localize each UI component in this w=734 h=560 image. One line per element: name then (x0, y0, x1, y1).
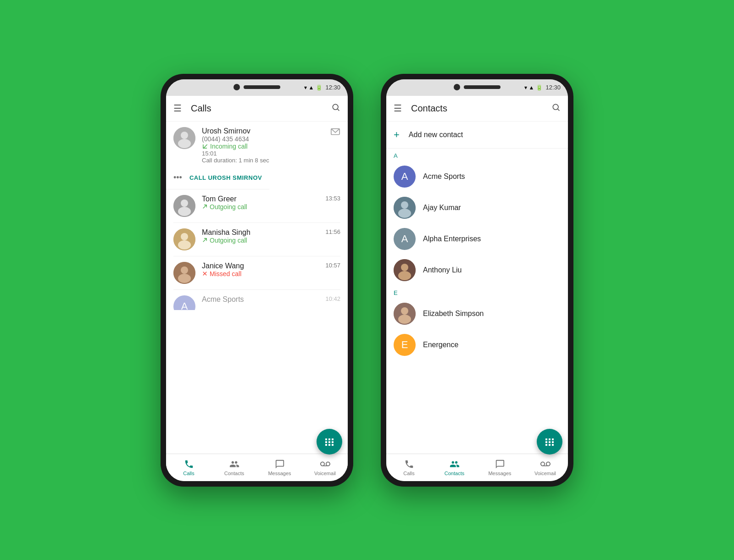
svg-rect-43 (552, 444, 554, 446)
nav-item-contacts[interactable]: Contacts (211, 454, 257, 481)
svg-rect-39 (549, 441, 550, 443)
svg-point-4 (178, 139, 191, 148)
call-type-urosh: Incoming call (202, 143, 325, 150)
svg-rect-41 (545, 444, 547, 446)
avatar-letter-alpha: A (401, 233, 408, 245)
call-time-urosh: 15:01 (202, 150, 325, 157)
avatar-letter: A (401, 171, 408, 183)
nav-label-voicemail: Voicemail (314, 471, 336, 476)
expanded-call-item: Urosh Smirnov (0044) 435 4634 Incoming c… (166, 122, 348, 189)
search-icon[interactable] (331, 103, 340, 114)
svg-point-13 (181, 266, 188, 274)
nav-item-calls-2[interactable]: Calls (386, 454, 432, 481)
nav-item-messages[interactable]: Messages (257, 454, 302, 481)
signal-icon: ▲ (309, 84, 314, 91)
camera (234, 84, 240, 90)
nav-item-voicemail[interactable]: Voicemail (302, 454, 348, 481)
contact-item-energence[interactable]: E Energence (386, 329, 568, 360)
call-action-button[interactable]: CALL UROSH SMIRNOV (189, 174, 262, 181)
avatar-ajay (394, 197, 416, 219)
battery-icon-2: 🔋 (536, 84, 543, 91)
svg-point-3 (181, 132, 188, 139)
svg-rect-23 (332, 444, 334, 446)
svg-rect-17 (332, 438, 334, 440)
svg-rect-38 (545, 441, 547, 443)
contact-name-anthony: Anthony Liu (423, 266, 462, 274)
call-details-janice: Janice Wang Missed call (202, 262, 322, 277)
bottom-nav-calls: Calls Contacts Messages Voicemail (166, 454, 348, 481)
add-contact-row[interactable]: + Add new contact (386, 122, 568, 149)
nav-label-messages-2: Messages (488, 471, 511, 476)
nav-item-voicemail-2[interactable]: Voicemail (523, 454, 568, 481)
call-item-actions-urosh: ••• CALL UROSH SMIRNOV (166, 169, 269, 189)
svg-rect-37 (552, 438, 554, 440)
avatar-acme: A (173, 295, 195, 310)
nav-label-calls: Calls (183, 471, 194, 476)
call-name-urosh: Urosh Smirnov (202, 127, 325, 135)
contacts-content: + Add new contact A A Acme Sports (386, 122, 568, 454)
contact-item-alpha[interactable]: A Alpha Enterprises (386, 223, 568, 255)
call-details-tom: Tom Greer Outgoing call (202, 195, 322, 211)
search-icon-2[interactable] (551, 103, 561, 114)
svg-rect-20 (332, 441, 334, 443)
avatar-elizabeth (394, 303, 416, 325)
calls-phone: ▾ ▲ 🔋 12:30 ☰ Calls (161, 74, 353, 487)
battery-icon: 🔋 (316, 84, 323, 91)
fab-button-calls[interactable] (317, 429, 342, 455)
call-item-janice[interactable]: Janice Wang Missed call 10:57 (166, 256, 348, 289)
contact-item-elizabeth[interactable]: Elizabeth Simpson (386, 298, 568, 329)
svg-rect-35 (545, 438, 547, 440)
page-title: Calls (191, 103, 331, 114)
avatar-alpha: A (394, 228, 416, 250)
wifi-icon: ▾ (304, 84, 307, 91)
nav-item-calls[interactable]: Calls (166, 454, 211, 481)
contact-item-acme[interactable]: A Acme Sports (386, 161, 568, 192)
calls-content: Urosh Smirnov (0044) 435 4634 Incoming c… (166, 122, 348, 454)
svg-point-24 (553, 104, 558, 110)
nav-item-messages-2[interactable]: Messages (477, 454, 523, 481)
svg-point-30 (401, 264, 408, 271)
signal-icon-2: ▲ (529, 84, 534, 91)
more-options-icon[interactable]: ••• (173, 173, 182, 183)
call-type-tom: Outgoing call (202, 203, 322, 211)
call-item-acme[interactable]: A Acme Sports 10:42 (166, 290, 348, 310)
contact-name-energence: Energence (423, 341, 458, 349)
menu-icon[interactable]: ☰ (173, 103, 182, 114)
call-time-janice: 10:57 (322, 262, 340, 269)
avatar-urosh (173, 127, 195, 149)
section-label-a: A (386, 149, 568, 161)
nav-label-calls-2: Calls (403, 471, 414, 476)
call-name-acme: Acme Sports (202, 295, 322, 304)
section-label-e: E (386, 286, 568, 298)
add-plus-icon: + (394, 129, 400, 141)
svg-rect-22 (328, 444, 330, 446)
phone-notch-2 (454, 84, 500, 90)
nav-label-contacts-2: Contacts (445, 471, 464, 476)
page-title-contacts: Contacts (411, 103, 551, 114)
svg-rect-18 (325, 441, 327, 443)
contact-item-ajay[interactable]: Ajay Kumar (386, 192, 568, 223)
svg-point-0 (333, 104, 338, 110)
status-icons: ▾ ▲ 🔋 (304, 84, 323, 91)
contacts-phone: ▾ ▲ 🔋 12:30 ☰ Contacts + Add new contact (381, 74, 573, 487)
menu-icon-2[interactable]: ☰ (394, 103, 402, 114)
svg-point-7 (181, 200, 188, 207)
fab-button-contacts[interactable] (537, 429, 562, 455)
nav-label-voicemail-2: Voicemail (534, 471, 556, 476)
app-header-contacts: ☰ Contacts (386, 96, 568, 122)
call-duration-urosh: Call duration: 1 min 8 sec (202, 157, 325, 164)
status-icons-2: ▾ ▲ 🔋 (524, 84, 543, 91)
call-type-janice: Missed call (202, 270, 322, 277)
avatar-tom (173, 195, 195, 217)
contact-item-anthony[interactable]: Anthony Liu (386, 255, 568, 286)
call-item-tom[interactable]: Tom Greer Outgoing call 13:53 (166, 189, 348, 222)
nav-item-contacts-2[interactable]: Contacts (432, 454, 477, 481)
svg-point-31 (398, 271, 411, 280)
camera-2 (454, 84, 460, 90)
message-icon-urosh[interactable] (330, 127, 340, 140)
svg-point-10 (181, 233, 188, 240)
call-item-manisha[interactable]: Manisha Singh Outgoing call 11:56 (166, 223, 348, 256)
svg-point-14 (178, 274, 191, 283)
call-type-manisha: Outgoing call (202, 237, 322, 244)
svg-point-8 (178, 207, 191, 216)
